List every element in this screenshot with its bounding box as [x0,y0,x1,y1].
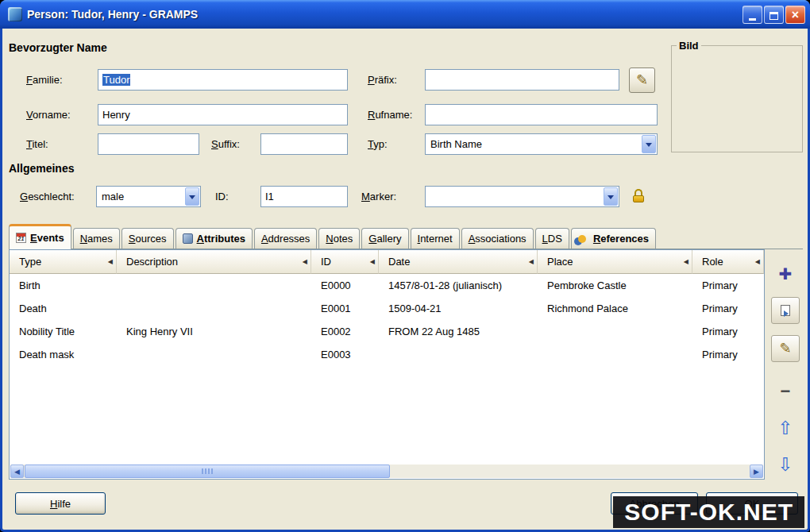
scroll-right-icon: ▶ [754,468,759,476]
maximize-button[interactable] [764,6,784,24]
move-down-button[interactable]: ⇩ [771,451,800,478]
maximize-icon [770,12,778,20]
column-header-type[interactable]: Type◀ [10,250,117,274]
edit-pencil-icon: ✎ [779,340,791,357]
up-arrow-icon: ⇧ [777,418,793,439]
tab-associations[interactable]: Associations [461,228,534,249]
tab-events[interactable]: Events [9,224,71,249]
tab-gallery[interactable]: Gallery [361,228,408,249]
sort-arrow-icon: ◀ [755,258,760,265]
column-header-place[interactable]: Place◀ [538,250,692,274]
horizontal-scrollbar[interactable]: ◀ ▶ [10,465,763,478]
marker-label: Marker: [361,186,396,207]
close-button[interactable]: × [785,6,805,24]
chevron-down-icon [642,135,656,153]
help-button[interactable]: Hilfe [15,492,106,515]
sort-arrow-icon: ◀ [370,258,375,265]
tab-references[interactable]: References [571,228,656,249]
sort-arrow-icon: ◀ [529,258,534,265]
vorname-label: Vorname: [26,104,71,125]
sort-arrow-icon: ◀ [108,258,113,265]
titel-input[interactable] [98,133,199,155]
gender-select[interactable]: male [96,186,201,207]
share-event-button[interactable] [771,297,800,324]
rufname-label: Rufname: [368,104,412,125]
column-header-role[interactable]: Role◀ [692,250,764,274]
column-header-id[interactable]: ID◀ [311,250,379,274]
suffix-input[interactable] [260,133,348,155]
id-input[interactable] [260,186,348,207]
titlebar[interactable]: Person: Tudor, Henry - GRAMPS × [0,0,810,29]
selected-text: Tudor [102,74,130,86]
watermark: SOFT-OK.NET [613,496,804,528]
gender-value: male [102,191,124,202]
scrollbar-track[interactable] [24,465,750,478]
remove-event-button[interactable]: − [771,378,800,405]
calendar-icon [16,233,26,243]
share-icon [781,305,790,316]
minimize-button[interactable] [742,6,762,24]
edit-name-button[interactable]: ✎ [629,67,655,93]
chevron-down-icon [185,187,199,206]
column-header-date[interactable]: Date◀ [379,250,538,274]
attribute-icon [183,233,193,244]
close-icon: × [792,8,799,21]
praefix-label: Präfix: [368,69,397,91]
tab-attributes[interactable]: Attributes [176,228,253,249]
move-up-button[interactable]: ⇧ [771,414,800,441]
titel-label: Titel: [26,133,48,155]
marker-select[interactable] [425,186,619,207]
tab-addresses[interactable]: Addresses [254,228,317,249]
general-heading: Allgemeines [9,162,74,175]
scroll-left-icon: ◀ [14,468,20,476]
typ-label: Typ: [368,133,388,155]
person-editor-window: Person: Tudor, Henry - GRAMPS × Bevorzug… [0,0,810,532]
gramps-app-icon[interactable] [8,7,22,21]
column-header-description[interactable]: Description◀ [117,250,311,274]
minimize-icon [749,18,756,21]
name-type-select[interactable]: Birth Name [425,133,658,155]
table-row[interactable]: Death E0001 1509-04-21 Richmond Palace P… [10,297,764,320]
scrollbar-thumb[interactable] [25,465,390,478]
tab-notes[interactable]: Notes [318,228,360,249]
table-row[interactable]: Death mask E0003 Primary [10,343,764,366]
geschlecht-label: Geschlecht: [20,186,75,207]
praefix-input[interactable] [425,69,619,91]
window-title: Person: Tudor, Henry - GRAMPS [27,8,198,21]
minus-icon: − [781,381,791,402]
image-panel: Bild [671,40,803,152]
privacy-lock-icon[interactable] [631,189,646,203]
events-table: Type◀ Description◀ ID◀ Date◀ Place◀ Role… [9,249,765,480]
table-header: Type◀ Description◀ ID◀ Date◀ Place◀ Role… [10,250,764,274]
tab-lds[interactable]: LDS [535,228,569,249]
name-type-value: Birth Name [430,138,482,150]
vorname-input[interactable] [98,104,348,125]
dialog-body: Bevorzugter Name Familie: Tudor Präfix: … [2,29,808,530]
scroll-left-button[interactable]: ◀ [10,465,24,478]
sort-arrow-icon: ◀ [303,258,307,265]
table-row[interactable]: Birth E0000 1457/8-01-28 (julianisch) Pe… [10,274,764,297]
plus-icon: ✚ [779,264,793,283]
scroll-right-button[interactable]: ▶ [750,465,763,478]
edit-event-button[interactable]: ✎ [771,335,800,362]
add-event-button[interactable]: ✚ [771,260,800,287]
rufname-input[interactable] [425,104,658,125]
people-icon [578,235,586,243]
chevron-down-icon [604,187,618,206]
suffix-label: Suffix: [211,133,240,155]
preferred-name-heading: Bevorzugter Name [9,41,107,54]
id-label: ID: [215,186,229,207]
tab-names[interactable]: Names [73,228,120,249]
down-arrow-icon: ⇩ [777,454,793,476]
sort-arrow-icon: ◀ [684,258,688,265]
tab-bar: Events Names Sources Attributes Addresse… [9,224,803,249]
tab-internet[interactable]: Internet [411,228,460,249]
familie-input[interactable]: Tudor [98,69,348,91]
tab-sources[interactable]: Sources [122,228,174,249]
table-row[interactable]: Nobility Title King Henry VII E0002 FROM… [10,320,764,343]
image-panel-label: Bild [677,40,701,52]
familie-label: Familie: [26,69,63,91]
edit-pencil-icon: ✎ [636,71,648,89]
